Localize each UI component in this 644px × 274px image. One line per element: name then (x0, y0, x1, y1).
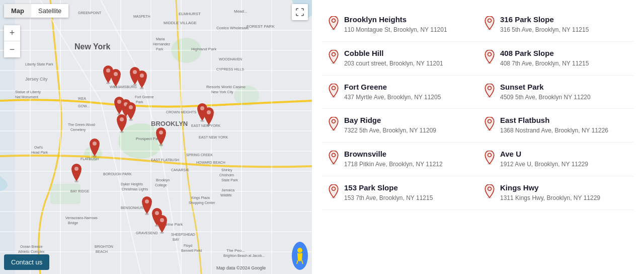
location-item[interactable]: Ave U 1912 Ave U, Brooklyn, NY 11229 (478, 143, 634, 176)
svg-text:Statue of Liberty: Statue of Liberty (15, 90, 41, 94)
location-info: Sunset Park 4509 5th Ave, Brooklyn NY 11… (500, 83, 591, 102)
svg-text:Highland Park: Highland Park (191, 47, 217, 51)
streetview-button[interactable] (292, 242, 308, 270)
location-item[interactable]: Cobble Hill 203 court street, Brooklyn, … (322, 42, 478, 76)
location-name: Ave U (500, 150, 588, 158)
location-info: 153 Park Slope 153 7th Ave, Brooklyn, NY… (344, 183, 433, 202)
svg-text:Chisholm: Chisholm (219, 173, 234, 177)
location-pin-icon (328, 16, 339, 30)
svg-point-116 (207, 110, 211, 114)
location-pin-icon (328, 50, 339, 64)
location-item[interactable]: 153 Park Slope 153 7th Ave, Brooklyn, NY… (322, 176, 478, 210)
fullscreen-icon (296, 8, 304, 16)
map-container: New York BROOKLYN Jersey City ELMHURST M… (0, 0, 312, 274)
svg-text:Head Park: Head Park (31, 151, 48, 154)
svg-text:New York: New York (74, 42, 111, 51)
location-info: East Flatbush 1368 Nostrand Ave, Brookly… (500, 116, 608, 135)
location-name: 408 Park Slope (500, 49, 589, 57)
svg-point-114 (200, 106, 204, 110)
svg-text:CANARSIE: CANARSIE (171, 168, 189, 172)
location-item[interactable]: East Flatbush 1368 Nostrand Ave, Brookly… (478, 109, 634, 143)
map-type-map-button[interactable]: Map (4, 4, 31, 18)
svg-text:Maria: Maria (156, 37, 165, 41)
location-address: 4509 5th Ave, Brooklyn NY 11220 (500, 93, 591, 102)
location-info: Brownsville 1718 Pitkin Ave, Brooklyn, N… (344, 150, 443, 169)
svg-text:Fort Greene: Fort Greene (135, 95, 154, 99)
svg-text:MASPETH: MASPETH (133, 15, 150, 18)
svg-text:Map data ©2024 Google: Map data ©2024 Google (216, 265, 266, 270)
svg-rect-6 (50, 184, 80, 204)
svg-text:ELMHURST: ELMHURST (179, 12, 201, 16)
svg-text:Resorts World Casino: Resorts World Casino (206, 85, 246, 89)
svg-text:EAST FLATBUSH: EAST FLATBUSH (151, 158, 179, 162)
svg-text:Brighton Beach at Jacob...: Brighton Beach at Jacob... (223, 254, 265, 258)
svg-text:Nat Monument: Nat Monument (15, 95, 38, 99)
svg-text:Kings Plaza: Kings Plaza (191, 196, 210, 200)
location-name: Sunset Park (500, 83, 591, 91)
location-name: Brownsville (344, 150, 443, 158)
svg-point-104 (117, 100, 121, 104)
svg-line-130 (302, 260, 303, 264)
location-name: Bay Ridge (344, 116, 436, 124)
svg-text:FOREST PARK: FOREST PARK (247, 24, 275, 29)
svg-text:Verrazzano-Narrows: Verrazzano-Narrows (65, 216, 98, 220)
location-address: 408 7th Ave, Brooklyn, NY 11215 (500, 59, 589, 68)
location-item[interactable]: Fort Greene 437 Myrtle Ave, Brooklyn, NY… (322, 76, 478, 109)
map-zoom-controls: + − (4, 25, 20, 57)
zoom-in-button[interactable]: + (4, 25, 20, 41)
contact-button[interactable]: Contact us (4, 254, 49, 270)
svg-text:CROWN HEIGHTS: CROWN HEIGHTS (166, 110, 197, 114)
location-item[interactable]: Brooklyn Heights 110 Montague St, Brookl… (322, 8, 478, 42)
svg-text:WOODHAVEN: WOODHAVEN (219, 57, 242, 61)
map-type-satellite-button[interactable]: Satellite (31, 4, 68, 18)
svg-point-102 (140, 74, 144, 78)
location-pin-icon (328, 184, 339, 198)
location-info: Cobble Hill 203 court street, Brooklyn, … (344, 49, 443, 68)
svg-point-112 (159, 130, 163, 134)
location-pin-icon (484, 84, 495, 98)
location-item[interactable]: 408 Park Slope 408 7th Ave, Brooklyn, NY… (478, 42, 634, 76)
svg-point-126 (160, 218, 164, 222)
location-item[interactable]: Bay Ridge 7322 5th Ave, Brooklyn, NY 112… (322, 109, 478, 143)
location-address: 1311 Kings Hwy, Brooklyn, NY 11229 (500, 194, 600, 202)
location-info: Ave U 1912 Ave U, Brooklyn, NY 11229 (500, 150, 588, 169)
location-address: 316 5th Ave, Brooklyn, NY 11215 (500, 26, 589, 34)
svg-text:BAY: BAY (173, 238, 180, 241)
location-pin-icon (484, 16, 495, 30)
location-name: Cobble Hill (344, 49, 443, 57)
svg-text:MIDDLE VILLAGE: MIDDLE VILLAGE (164, 21, 197, 25)
location-item[interactable]: Sunset Park 4509 5th Ave, Brooklyn NY 11… (478, 76, 634, 109)
svg-text:Cemetery: Cemetery (70, 128, 86, 132)
location-address: 1368 Nostrand Ave, Brooklyn, NY 11226 (500, 126, 608, 135)
map-section: New York BROOKLYN Jersey City ELMHURST M… (0, 0, 312, 274)
svg-text:The Peo...: The Peo... (226, 248, 245, 253)
svg-text:EAST NEW YORK: EAST NEW YORK (191, 124, 220, 127)
location-address: 437 Myrtle Ave, Brooklyn, NY 11205 (344, 93, 441, 102)
svg-text:CYPRESS HILLS: CYPRESS HILLS (216, 67, 244, 71)
location-pin-icon (484, 50, 495, 64)
svg-line-129 (297, 260, 298, 264)
location-item[interactable]: Kings Hwy 1311 Kings Hwy, Brooklyn, NY 1… (478, 176, 634, 210)
fullscreen-button[interactable] (292, 4, 308, 20)
svg-point-100 (133, 70, 137, 74)
location-address: 153 7th Ave, Brooklyn, NY 11215 (344, 194, 433, 202)
location-name: East Flatbush (500, 116, 608, 124)
location-pin-icon (484, 184, 495, 198)
location-item[interactable]: 316 Park Slope 316 5th Ave, Brooklyn, NY… (478, 8, 634, 42)
svg-text:Brooklyn: Brooklyn (156, 178, 170, 182)
svg-text:BRIGHTON: BRIGHTON (95, 245, 113, 248)
zoom-out-button[interactable]: − (4, 41, 20, 57)
svg-point-124 (155, 211, 159, 215)
location-pin-icon (484, 117, 495, 131)
svg-text:Park: Park (136, 100, 143, 104)
svg-point-98 (114, 72, 118, 76)
location-address: 1912 Ave U, Brooklyn, NY 11229 (500, 160, 588, 169)
svg-text:GOW...: GOW... (78, 104, 90, 108)
location-info: 408 Park Slope 408 7th Ave, Brooklyn, NY… (500, 49, 589, 68)
location-pin-icon (328, 117, 339, 131)
svg-text:GREENPOINT: GREENPOINT (78, 11, 102, 15)
svg-point-128 (297, 248, 302, 253)
location-item[interactable]: Brownsville 1718 Pitkin Ave, Brooklyn, N… (322, 143, 478, 176)
location-info: 316 Park Slope 316 5th Ave, Brooklyn, NY… (500, 15, 589, 34)
svg-text:SHEEPSHEAD: SHEEPSHEAD (171, 233, 195, 236)
